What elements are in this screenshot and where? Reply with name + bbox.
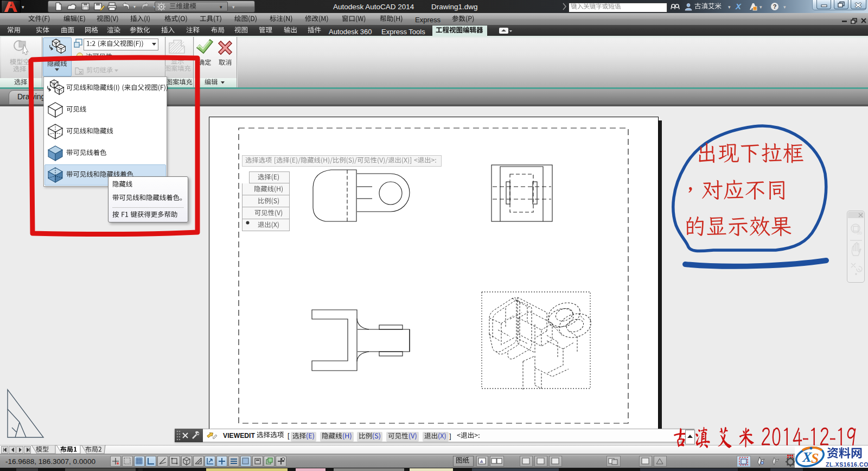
svg-text:?: ? bbox=[773, 3, 777, 10]
svg-text:2D: 2D bbox=[857, 231, 862, 235]
svg-text:S: S bbox=[811, 450, 819, 466]
